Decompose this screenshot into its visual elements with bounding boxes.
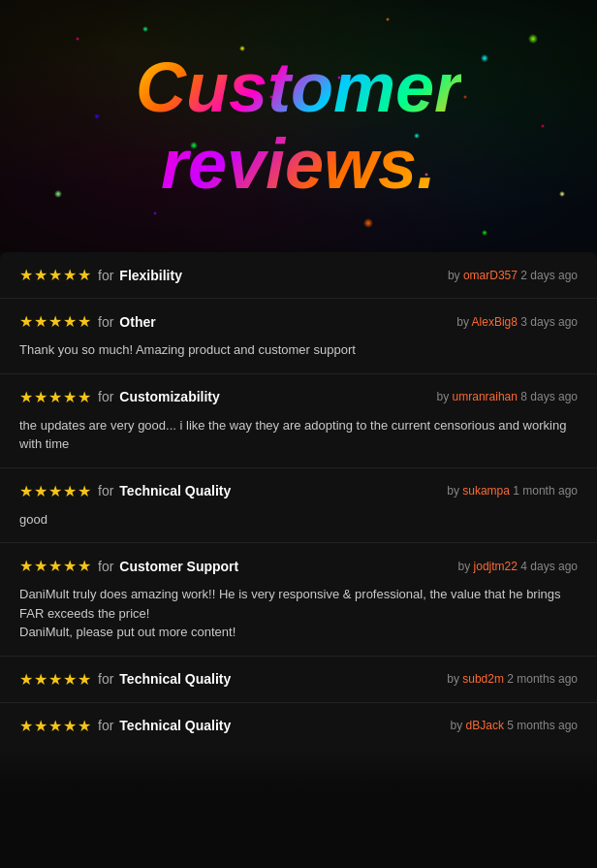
review-meta: by subd2m 2 months ago xyxy=(447,672,578,686)
review-row: ★★★★★forFlexibilityby omarD357 2 days ag… xyxy=(0,252,597,299)
reviews-section: ★★★★★forFlexibilityby omarD357 2 days ag… xyxy=(0,252,597,749)
review-body: DaniMult truly does amazing work!! He is… xyxy=(19,575,578,642)
review-header: ★★★★★forCustomer Supportby jodjtm22 4 da… xyxy=(19,557,578,575)
review-meta: by umranraihan 8 days ago xyxy=(437,390,578,403)
review-stars: ★★★★★ xyxy=(19,482,92,500)
hero-title: Customer reviews. xyxy=(136,49,461,203)
review-meta: by jodjtm22 4 days ago xyxy=(458,560,578,573)
review-stars: ★★★★★ xyxy=(19,557,92,575)
review-stars: ★★★★★ xyxy=(19,717,92,735)
review-header-left: ★★★★★forCustomizability xyxy=(19,388,220,406)
review-body: good xyxy=(19,500,578,530)
review-author: jodjtm22 xyxy=(474,560,518,573)
review-header-left: ★★★★★forTechnical Quality xyxy=(19,482,231,500)
review-for-label: for xyxy=(98,559,113,574)
review-header-left: ★★★★★forCustomer Support xyxy=(19,557,238,575)
review-for-label: for xyxy=(98,671,113,687)
review-header-left: ★★★★★forOther xyxy=(19,312,156,331)
review-stars: ★★★★★ xyxy=(19,388,92,406)
review-row: ★★★★★forTechnical Qualityby sukampa 1 mo… xyxy=(0,468,597,544)
review-row: ★★★★★forTechnical Qualityby dBJack 5 mon… xyxy=(0,703,597,749)
review-category: Customer Support xyxy=(119,559,238,574)
review-header-left: ★★★★★forFlexibility xyxy=(19,266,182,284)
review-for-label: for xyxy=(98,389,113,404)
review-meta: by sukampa 1 month ago xyxy=(447,484,578,498)
hero-title-line1: Customer xyxy=(136,49,461,126)
review-header-left: ★★★★★forTechnical Quality xyxy=(19,717,231,735)
review-author: subd2m xyxy=(462,672,504,686)
review-row: ★★★★★forCustomer Supportby jodjtm22 4 da… xyxy=(0,543,597,657)
review-body: the updates are very good... i like the … xyxy=(19,406,578,454)
review-stars: ★★★★★ xyxy=(19,670,92,689)
review-for-label: for xyxy=(98,718,113,733)
review-meta: by AlexBig8 3 days ago xyxy=(456,315,578,329)
review-header: ★★★★★forOtherby AlexBig8 3 days ago xyxy=(19,312,578,331)
review-stars: ★★★★★ xyxy=(19,266,92,284)
review-header: ★★★★★forTechnical Qualityby dBJack 5 mon… xyxy=(19,717,578,735)
review-category: Technical Quality xyxy=(119,483,231,498)
review-category: Technical Quality xyxy=(119,718,231,733)
review-category: Customizability xyxy=(119,389,219,404)
review-row: ★★★★★forOtherby AlexBig8 3 days agoThank… xyxy=(0,299,597,374)
review-category: Flexibility xyxy=(119,268,182,283)
bottom-fade xyxy=(0,749,597,788)
review-category: Technical Quality xyxy=(119,671,231,687)
review-meta: by omarD357 2 days ago xyxy=(448,269,578,282)
review-author: AlexBig8 xyxy=(472,315,518,329)
review-stars: ★★★★★ xyxy=(19,312,92,331)
hero-title-line2: reviews. xyxy=(136,126,461,203)
review-body: Thank you so much! Amazing product and c… xyxy=(19,331,578,360)
review-header: ★★★★★forFlexibilityby omarD357 2 days ag… xyxy=(19,266,578,284)
review-author: sukampa xyxy=(462,484,510,498)
review-author: dBJack xyxy=(466,719,504,732)
hero-section: Customer reviews. xyxy=(0,0,597,252)
review-for-label: for xyxy=(98,268,113,283)
review-for-label: for xyxy=(98,483,113,498)
review-author: omarD357 xyxy=(463,269,518,282)
review-row: ★★★★★forTechnical Qualityby subd2m 2 mon… xyxy=(0,657,597,703)
review-header: ★★★★★forCustomizabilityby umranraihan 8 … xyxy=(19,388,578,406)
review-author: umranraihan xyxy=(453,390,518,403)
review-category: Other xyxy=(119,314,155,330)
review-for-label: for xyxy=(98,314,113,330)
review-header: ★★★★★forTechnical Qualityby sukampa 1 mo… xyxy=(19,482,578,500)
review-meta: by dBJack 5 months ago xyxy=(451,719,578,732)
review-header: ★★★★★forTechnical Qualityby subd2m 2 mon… xyxy=(19,670,578,689)
review-row: ★★★★★forCustomizabilityby umranraihan 8 … xyxy=(0,374,597,468)
review-header-left: ★★★★★forTechnical Quality xyxy=(19,670,231,689)
